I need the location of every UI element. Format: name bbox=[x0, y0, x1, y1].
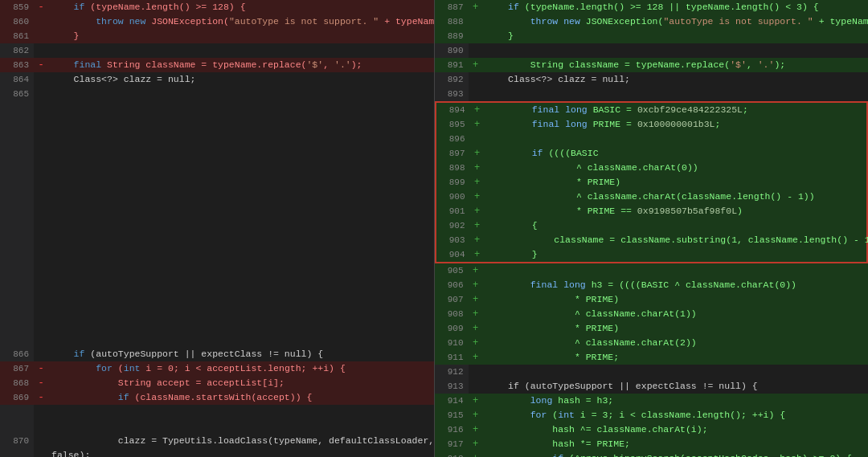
table-row: 864 Class<?> clazz = null; bbox=[0, 72, 434, 87]
table-row bbox=[0, 145, 434, 159]
table-row: 901 + * PRIME == 0x9198507b5af98f0L) bbox=[436, 204, 867, 218]
table-row bbox=[0, 202, 434, 217]
table-row bbox=[0, 405, 434, 419]
table-row: 910 + ^ className.charAt(2)) bbox=[435, 336, 869, 350]
table-row: 863 - final String className = typeName.… bbox=[0, 58, 434, 72]
table-row: 861 } bbox=[0, 29, 434, 43]
table-row: 866 if (autoTypeSupport || expectClass !… bbox=[0, 347, 434, 361]
table-row: 887 + if (typeName.length() >= 128 || ty… bbox=[435, 0, 869, 14]
table-row: 896 bbox=[436, 132, 867, 146]
table-row: 870 clazz = TypeUtils.loadClass(typeName… bbox=[0, 434, 434, 448]
table-row bbox=[0, 101, 434, 116]
table-row bbox=[0, 116, 434, 130]
table-row: 914 + long hash = h3; bbox=[435, 394, 869, 408]
table-row: 894 + final long BASIC = 0xcbf29ce484222… bbox=[436, 103, 867, 117]
table-row bbox=[0, 318, 434, 333]
table-row: 890 bbox=[435, 43, 869, 58]
table-row bbox=[0, 275, 434, 289]
table-row bbox=[0, 217, 434, 231]
table-row bbox=[0, 231, 434, 246]
table-row: 900 + ^ className.charAt(className.lengt… bbox=[436, 190, 867, 204]
table-row: 907 + * PRIME) bbox=[435, 292, 869, 307]
table-row: 868 - String accept = acceptList[i]; bbox=[0, 376, 434, 390]
table-row: 905 + bbox=[435, 263, 869, 278]
table-row: 893 bbox=[435, 87, 869, 101]
table-row: 911 + * PRIME; bbox=[435, 350, 869, 365]
table-row: 906 + final long h3 = ((((BASIC ^ classN… bbox=[435, 278, 869, 292]
table-row: 897 + if ((((BASIC bbox=[436, 146, 867, 161]
table-row bbox=[0, 260, 434, 275]
table-row: 867 - for (int i = 0; i < acceptList.len… bbox=[0, 361, 434, 376]
table-row bbox=[0, 159, 434, 173]
highlight-block: 894 + final long BASIC = 0xcbf29ce484222… bbox=[435, 101, 869, 263]
diff-view: 859 - if (typeName.length() >= 128) { 86… bbox=[0, 0, 868, 457]
table-row: 859 - if (typeName.length() >= 128) { bbox=[0, 0, 434, 14]
table-row: 903 + className = className.substring(1,… bbox=[436, 233, 867, 247]
table-row bbox=[0, 173, 434, 188]
table-row: 904 + } bbox=[436, 247, 867, 262]
table-row: 888 throw new JSONException("autoType is… bbox=[435, 14, 869, 29]
table-row: 913 if (autoTypeSupport || expectClass !… bbox=[435, 379, 869, 394]
table-row bbox=[0, 188, 434, 202]
table-row: 899 + * PRIME) bbox=[436, 175, 867, 190]
table-row: 916 + hash ^= className.charAt(i); bbox=[435, 422, 869, 437]
table-row: 918 + if (Arrays.binarySearch(acceptHash… bbox=[435, 451, 869, 457]
table-row: 865 bbox=[0, 87, 434, 101]
table-row bbox=[0, 130, 434, 145]
table-row: 917 + hash *= PRIME; bbox=[435, 437, 869, 451]
table-row bbox=[0, 289, 434, 304]
table-row: 909 + * PRIME) bbox=[435, 321, 869, 336]
table-row: 912 bbox=[435, 365, 869, 379]
table-row: 902 + { bbox=[436, 218, 867, 233]
right-pane: 887 + if (typeName.length() >= 128 || ty… bbox=[435, 0, 869, 457]
table-row: 869 - if (className.startsWith(accept)) … bbox=[0, 390, 434, 405]
table-row: false); bbox=[0, 448, 434, 457]
table-row: 892 Class<?> clazz = null; bbox=[435, 72, 869, 87]
table-row: 860 throw new JSONException("autoType is… bbox=[0, 14, 434, 29]
table-row bbox=[0, 333, 434, 347]
table-row: 908 + ^ className.charAt(1)) bbox=[435, 307, 869, 321]
table-row: 862 bbox=[0, 43, 434, 58]
table-row: 915 + for (int i = 3; i < className.leng… bbox=[435, 408, 869, 422]
table-row bbox=[0, 419, 434, 434]
table-row bbox=[0, 246, 434, 260]
left-pane: 859 - if (typeName.length() >= 128) { 86… bbox=[0, 0, 435, 457]
table-row: 889 } bbox=[435, 29, 869, 43]
table-row: 895 + final long PRIME = 0x100000001b3L; bbox=[436, 117, 867, 132]
table-row bbox=[0, 304, 434, 318]
table-row: 891 + String className = typeName.replac… bbox=[435, 58, 869, 72]
table-row: 898 + ^ className.charAt(0)) bbox=[436, 161, 867, 175]
